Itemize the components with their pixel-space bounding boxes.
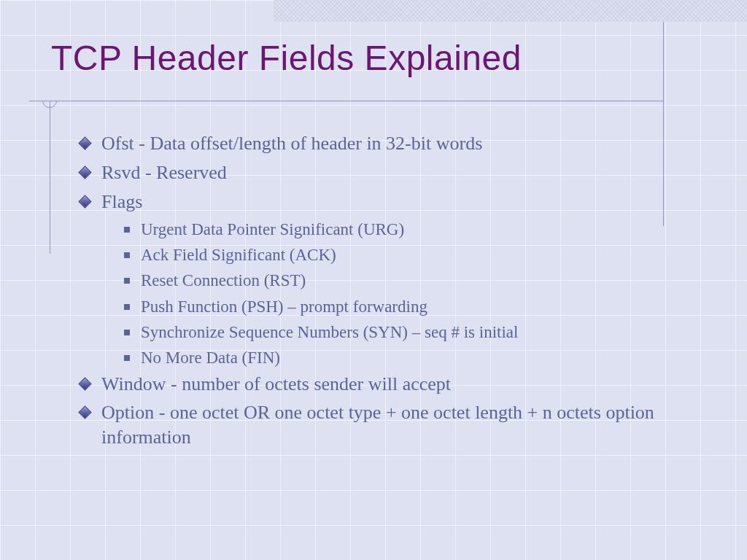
sub-list-item: No More Data (FIN): [124, 346, 703, 369]
square-bullet-icon: [124, 278, 130, 284]
bullet-text: Ofst - Data offset/length of header in 3…: [101, 131, 482, 156]
diamond-bullet-icon: [78, 406, 91, 419]
sub-bullet-text: Reset Connection (RST): [141, 269, 306, 292]
slide-body: Ofst - Data offset/length of header in 3…: [80, 131, 703, 454]
divider-vertical-left: [50, 101, 50, 254]
slide-title: TCP Header Fields Explained: [51, 38, 522, 78]
bullet-text: Rsvd - Reserved: [101, 160, 227, 185]
diamond-bullet-icon: [78, 136, 91, 149]
square-bullet-icon: [124, 227, 130, 233]
divider-horizontal: [29, 101, 664, 101]
sub-list-item: Urgent Data Pointer Significant (URG): [124, 218, 703, 241]
square-bullet-icon: [124, 252, 130, 258]
sub-bullet-text: Push Function (PSH) – prompt forwarding: [141, 295, 427, 318]
sub-bullet-text: Ack Field Significant (ACK): [141, 244, 336, 266]
square-bullet-icon: [124, 355, 130, 361]
list-item: Flags: [80, 190, 703, 214]
sub-bullet-text: Urgent Data Pointer Significant (URG): [141, 218, 404, 241]
square-bullet-icon: [124, 304, 130, 310]
sub-bullet-text: Synchronize Sequence Numbers (SYN) – seq…: [141, 321, 518, 343]
bullet-text: Flags: [101, 190, 142, 214]
list-item: Ofst - Data offset/length of header in 3…: [80, 131, 703, 156]
diamond-bullet-icon: [78, 166, 91, 179]
diamond-bullet-icon: [78, 377, 91, 390]
sub-list: Urgent Data Pointer Significant (URG) Ac…: [124, 218, 703, 368]
bullet-text: Window - number of octets sender will ac…: [101, 372, 451, 397]
bullet-text: Option - one octet OR one octet type + o…: [101, 400, 703, 450]
sub-list-item: Synchronize Sequence Numbers (SYN) – seq…: [124, 321, 703, 343]
sub-list-item: Reset Connection (RST): [124, 269, 703, 292]
list-item: Option - one octet OR one octet type + o…: [80, 400, 703, 450]
top-texture-strip: [274, 0, 747, 22]
sub-list-item: Push Function (PSH) – prompt forwarding: [124, 295, 703, 318]
list-item: Window - number of octets sender will ac…: [80, 372, 703, 397]
list-item: Rsvd - Reserved: [80, 160, 703, 185]
sub-bullet-text: No More Data (FIN): [141, 346, 280, 369]
diamond-bullet-icon: [78, 195, 91, 208]
square-bullet-icon: [124, 330, 130, 335]
sub-list-item: Ack Field Significant (ACK): [124, 244, 703, 266]
